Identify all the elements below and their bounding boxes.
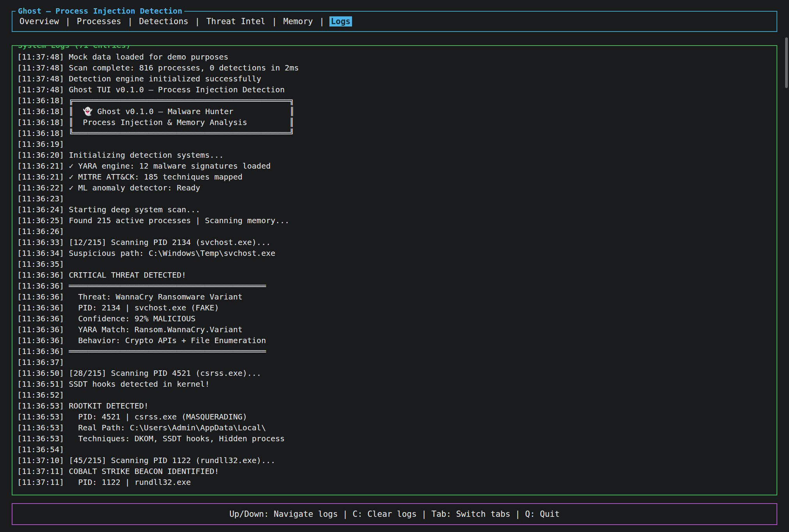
log-message: PID: 2134 | svchost.exe (FAKE) <box>64 303 219 312</box>
log-timestamp: [11:37:48] <box>17 85 64 94</box>
terminal-screen: Ghost — Process Injection Detection Over… <box>0 0 789 532</box>
log-line: [11:36:34] Suspicious path: C:\Windows\T… <box>17 248 773 259</box>
log-line: [11:36:24] Starting deep system scan... <box>17 204 773 215</box>
log-message: Real Path: C:\Users\Admin\AppData\Local\ <box>64 423 266 432</box>
log-message: ✓ MITRE ATT&CK: 185 techniques mapped <box>64 172 242 181</box>
tab-separator: | <box>315 17 329 26</box>
log-timestamp: [11:36:53] <box>17 412 64 421</box>
log-timestamp: [11:36:21] <box>17 172 64 181</box>
log-lines[interactable]: [11:37:48] Mock data loaded for demo pur… <box>17 51 773 488</box>
log-timestamp: [11:36:35] <box>17 259 64 269</box>
log-line: [11:36:36] ═════════════════════════════… <box>17 346 773 357</box>
tab-logs[interactable]: Logs <box>329 16 352 26</box>
log-timestamp: [11:36:34] <box>17 248 64 258</box>
log-timestamp: [11:37:10] <box>17 456 64 465</box>
log-line: [11:36:23] <box>17 193 773 204</box>
log-message: ROOTKIT DETECTED! <box>64 401 149 410</box>
log-line: [11:36:36] Behavior: Crypto APIs + File … <box>17 335 773 346</box>
keyboard-hints: Up/Down: Navigate logs | C: Clear logs |… <box>229 509 559 519</box>
log-line: [11:36:35] <box>17 259 773 270</box>
log-line: [11:36:52] <box>17 389 773 400</box>
log-timestamp: [11:36:23] <box>17 194 64 203</box>
log-timestamp: [11:36:54] <box>17 445 64 454</box>
log-timestamp: [11:36:19] <box>17 139 64 149</box>
tabs-row: Overview | Processes | Detections | Thre… <box>18 16 771 27</box>
log-message: Behavior: Crypto APIs + File Enumeration <box>64 336 266 345</box>
log-timestamp: [11:36:20] <box>17 150 64 160</box>
log-timestamp: [11:36:36] <box>17 303 64 312</box>
log-line: [11:36:33] [12/215] Scanning PID 2134 (s… <box>17 237 773 248</box>
tab-separator: | <box>60 17 75 26</box>
log-timestamp: [11:36:50] <box>17 368 64 378</box>
log-timestamp: [11:36:18] <box>17 107 64 116</box>
log-timestamp: [11:36:33] <box>17 238 64 247</box>
log-line: [11:36:36] PID: 2134 | svchost.exe (FAKE… <box>17 302 773 313</box>
log-timestamp: [11:36:53] <box>17 423 64 432</box>
window-title: Ghost — Process Injection Detection <box>16 6 184 16</box>
log-message: Techniques: DKOM, SSDT hooks, Hidden pro… <box>64 434 285 443</box>
log-timestamp: [11:36:36] <box>17 270 64 280</box>
log-line: [11:36:36] Threat: WannaCry Ransomware V… <box>17 291 773 302</box>
log-line: [11:36:18] ╚════════════════════════════… <box>17 128 773 139</box>
log-message: Suspicious path: C:\Windows\Temp\svchost… <box>64 248 275 258</box>
tab-separator: | <box>267 17 282 26</box>
log-message: COBALT STRIKE BEACON IDENTIFIED! <box>64 467 219 476</box>
scrollbar-thumb[interactable] <box>785 37 788 88</box>
system-logs-panel: System Logs (71 entries) [11:37:48] Mock… <box>12 45 777 495</box>
log-timestamp: [11:36:36] <box>17 281 64 291</box>
log-line: [11:36:54] <box>17 444 773 455</box>
log-timestamp: [11:36:18] <box>17 129 64 138</box>
log-line: [11:36:18] ║ 👻 Ghost v0.1.0 — Malware Hu… <box>17 106 773 117</box>
log-timestamp: [11:36:18] <box>17 118 64 127</box>
log-message: CRITICAL THREAT DETECTED! <box>64 270 186 280</box>
log-line: [11:37:48] Mock data loaded for demo pur… <box>17 51 773 62</box>
log-timestamp: [11:37:48] <box>17 74 64 83</box>
log-line: [11:36:20] Initializing detection system… <box>17 150 773 160</box>
log-timestamp: [11:36:36] <box>17 325 64 334</box>
log-timestamp: [11:36:52] <box>17 390 64 400</box>
log-message: ════════════════════════════════════════… <box>64 347 266 356</box>
log-line: [11:37:10] [45/215] Scanning PID 1122 (r… <box>17 455 773 466</box>
log-timestamp: [11:36:51] <box>17 379 64 389</box>
tab-threat-intel[interactable]: Threat Intel <box>205 16 267 26</box>
tab-detections[interactable]: Detections <box>138 16 190 26</box>
log-timestamp: [11:37:11] <box>17 467 64 476</box>
log-line: [11:36:36] YARA Match: Ransom.WannaCry.V… <box>17 324 773 335</box>
log-message: ════════════════════════════════════════… <box>64 281 266 291</box>
log-message: ✓ ML anomaly detector: Ready <box>64 183 200 192</box>
log-message: [28/215] Scanning PID 4521 (csrss.exe)..… <box>64 368 261 378</box>
log-timestamp: [11:37:48] <box>17 63 64 72</box>
tab-processes[interactable]: Processes <box>75 16 123 26</box>
log-message: Found 215 active processes | Scanning me… <box>64 216 289 225</box>
log-line: [11:36:18] ║ Process Injection & Memory … <box>17 117 773 128</box>
log-timestamp: [11:37:48] <box>17 52 64 62</box>
log-message: ║ Process Injection & Memory Analysis ║ <box>64 118 294 127</box>
tab-bar-panel: Ghost — Process Injection Detection Over… <box>12 11 777 32</box>
log-message: Threat: WannaCry Ransomware Variant <box>64 292 242 301</box>
log-line: [11:36:22] ✓ ML anomaly detector: Ready <box>17 182 773 193</box>
log-timestamp: [11:36:21] <box>17 161 64 171</box>
log-message: [12/215] Scanning PID 2134 (svchost.exe)… <box>64 238 271 247</box>
log-line: [11:36:37] <box>17 357 773 368</box>
log-timestamp: [11:36:37] <box>17 358 64 367</box>
log-message: YARA Match: Ransom.WannaCry.Variant <box>64 325 242 334</box>
log-line: [11:36:50] [28/215] Scanning PID 4521 (c… <box>17 368 773 379</box>
log-message: Scan complete: 816 processes, 0 detectio… <box>64 63 299 72</box>
log-line: [11:36:36] Confidence: 92% MALICIOUS <box>17 313 773 324</box>
log-line: [11:36:19] <box>17 139 773 150</box>
log-timestamp: [11:36:25] <box>17 216 64 225</box>
status-bar: Up/Down: Navigate logs | C: Clear logs |… <box>12 503 777 525</box>
log-message: [45/215] Scanning PID 1122 (rundll32.exe… <box>64 456 275 465</box>
tab-overview[interactable]: Overview <box>18 16 60 26</box>
log-line: [11:36:26] <box>17 226 773 237</box>
logs-panel-title: System Logs (71 entries) <box>16 45 133 50</box>
tab-memory[interactable]: Memory <box>282 16 315 26</box>
log-message: Mock data loaded for demo purposes <box>64 52 228 62</box>
log-timestamp: [11:36:36] <box>17 336 64 345</box>
log-message: SSDT hooks detected in kernel! <box>64 379 209 389</box>
log-message: PID: 1122 | rundll32.exe <box>64 477 191 487</box>
log-message: Confidence: 92% MALICIOUS <box>64 314 195 323</box>
log-message: PID: 4521 | csrss.exe (MASQUERADING) <box>64 412 247 421</box>
log-timestamp: [11:36:18] <box>17 96 64 105</box>
log-message: ╔═══════════════════════════════════════… <box>64 96 294 105</box>
